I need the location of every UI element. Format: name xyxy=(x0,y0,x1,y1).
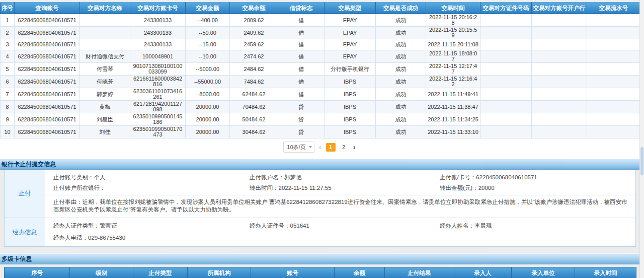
cell-amount: 20000.00 xyxy=(186,101,230,113)
handler-group: 经办信息 经办人证件类型：警官证 经办人证件号：051641 经办人姓名：李晨琨… xyxy=(5,218,635,246)
cell-query-account: 6228450068040610571 xyxy=(15,50,80,63)
cell-query-account: 6228450068040610571 xyxy=(15,101,80,113)
transaction-table-row: 9 6228450068040610571 刘星臣 62350109905001… xyxy=(1,113,640,126)
cell-serial-no xyxy=(587,101,640,113)
cell-time: 2022-11-15 12:16:42 xyxy=(426,76,480,88)
cell-transaction-type: 分行版手机银行 xyxy=(325,63,376,76)
cell-opening-bank xyxy=(532,88,587,101)
cell-query-account: 6228450068040610571 xyxy=(15,27,80,39)
cell-balance: 2474.62 xyxy=(230,50,278,63)
cell-success: 成功 xyxy=(376,101,426,113)
cell-debit-credit-flag: 借 xyxy=(278,88,325,101)
cell-time: 2022-11-15 11:34:25 xyxy=(426,113,480,126)
transaction-area: 序号 查询账号 交易对方名称 交易对方账卡号 交易金额 交易余额 借贷标志 交易… xyxy=(0,2,640,159)
cell-transaction-type: IBPS xyxy=(325,126,376,138)
cell-counterparty-name: 黄梅 xyxy=(80,101,130,113)
column-header-mc-operator: 录入人 xyxy=(454,267,512,278)
cell-cert-no xyxy=(480,39,532,50)
cell-cert-no xyxy=(480,113,532,126)
scrollbar[interactable] xyxy=(639,0,644,278)
cell-seq: 8 xyxy=(1,101,15,113)
cell-cert-no xyxy=(480,76,532,88)
column-header-mc-org: 所属机构 xyxy=(188,267,251,278)
transaction-table-body: 1 6228450068040610571 243300133 --400.00… xyxy=(1,14,640,138)
cell-success: 成功 xyxy=(376,76,426,88)
cell-counterparty-card: 6235010990500145186 xyxy=(130,113,186,126)
cell-balance: 2409.62 xyxy=(230,27,278,39)
cell-seq: 9 xyxy=(1,113,15,126)
field-transfer-time: 转出时间：2022-11-15 11:27:55 xyxy=(242,183,432,193)
cell-seq: 4 xyxy=(1,50,15,63)
cell-opening-bank xyxy=(532,76,587,88)
page-2-button[interactable]: 2 xyxy=(339,143,349,152)
next-page-button[interactable]: › xyxy=(352,142,357,152)
column-header-counterparty-name: 交易对方名称 xyxy=(80,3,130,14)
column-header-query-account: 查询账号 xyxy=(15,3,80,14)
page-size-select[interactable]: 10条/页 xyxy=(283,142,314,153)
cell-serial-no xyxy=(587,14,640,27)
cell-opening-bank xyxy=(532,14,587,27)
transaction-table-row: 3 6228450068040610571 243300133 --15.00 … xyxy=(1,39,640,50)
section-header-stop-payment: 银行卡止付提交信息 xyxy=(0,159,640,170)
prev-page-button[interactable]: ‹ xyxy=(318,142,323,152)
cell-amount: --8000.00 xyxy=(186,88,230,101)
cell-query-account: 6228450068040610571 xyxy=(15,113,80,126)
cell-transaction-type: EPAY xyxy=(325,39,376,50)
transaction-table-row: 2 6228450068040610571 243300133 --50.00 … xyxy=(1,27,640,39)
cell-balance: 50484.62 xyxy=(230,113,278,126)
cell-opening-bank xyxy=(532,63,587,76)
column-header-debit-credit-flag: 借贷标志 xyxy=(278,3,325,14)
field-bank: 止付账户所在银行： xyxy=(45,183,242,193)
cell-debit-credit-flag: 借 xyxy=(278,39,325,50)
cell-amount: --15.00 xyxy=(186,39,230,50)
transaction-table-row: 4 6228450068040610571 财付通微信支付 1000049901… xyxy=(1,50,640,63)
cell-debit-credit-flag: 借 xyxy=(278,50,325,63)
cell-serial-no xyxy=(587,126,640,138)
cell-transaction-type: IBPS xyxy=(325,76,376,88)
cell-seq: 3 xyxy=(1,39,15,50)
cell-counterparty-card: 6230361101073416261 xyxy=(130,88,186,101)
handler-group-content: 经办人证件类型：警官证 经办人证件号：051641 经办人姓名：李晨琨 经办人电… xyxy=(45,218,635,246)
cell-cert-no xyxy=(480,63,532,76)
pagination: 10条/页 ‹ 1 2 › xyxy=(0,141,640,153)
cell-counterparty-name: 何晓芳 xyxy=(80,76,130,88)
cell-opening-bank xyxy=(532,39,587,50)
multi-card-header-row: 序号 级别 止付类型 所属机构 账号 余额 止付结果 录入人 录入单位 录入时间 xyxy=(5,267,636,278)
cell-amount: --10.00 xyxy=(186,50,230,63)
cell-amount: --400.00 xyxy=(186,14,230,27)
page-1-button[interactable]: 1 xyxy=(326,143,336,152)
cell-counterparty-card: 6235010990500170473 xyxy=(130,126,186,138)
column-header-mc-time: 录入时间 xyxy=(575,267,636,278)
cell-counterparty-name: 财付通微信支付 xyxy=(80,50,130,63)
cell-cert-no xyxy=(480,88,532,101)
cell-cert-no xyxy=(480,14,532,27)
cell-serial-no xyxy=(587,88,640,101)
cell-success: 成功 xyxy=(376,126,426,138)
cell-seq: 10 xyxy=(1,126,15,138)
cell-counterparty-card: 243300133 xyxy=(130,27,186,39)
cell-balance: 2009.62 xyxy=(230,14,278,27)
cell-seq: 1 xyxy=(1,14,15,27)
multi-card-table: 序号 级别 止付类型 所属机构 账号 余额 止付结果 录入人 录入单位 录入时间… xyxy=(4,267,636,278)
section-title-multi-card: 多级卡信息 xyxy=(2,255,32,262)
cell-transaction-type: EPAY xyxy=(325,50,376,63)
transaction-table-row: 8 6228450068040610571 黄梅 621728194200112… xyxy=(1,101,640,113)
cell-success: 成功 xyxy=(376,39,426,50)
field-handler-phone: 经办人电话：029-86755430 xyxy=(45,233,635,243)
cell-success: 成功 xyxy=(376,50,426,63)
cell-debit-credit-flag: 借 xyxy=(278,14,325,27)
cell-cert-no xyxy=(480,126,532,138)
scrollbar-thumb[interactable] xyxy=(640,147,643,175)
cell-counterparty-card: 6217281942001127098 xyxy=(130,101,186,113)
cell-query-account: 6228450068040610571 xyxy=(15,88,80,101)
cell-cert-no xyxy=(480,50,532,63)
cell-amount: --5000.00 xyxy=(186,63,230,76)
cell-balance: 62484.62 xyxy=(230,88,278,101)
cell-seq: 2 xyxy=(1,27,15,39)
cell-success: 成功 xyxy=(376,63,426,76)
transaction-table-row: 10 6228450068040610571 刘佳 62350109905001… xyxy=(1,126,640,138)
cell-balance: 30484.62 xyxy=(230,126,278,138)
column-header-transaction-type: 交易类型 xyxy=(325,3,376,14)
cell-success: 成功 xyxy=(376,113,426,126)
cell-counterparty-name xyxy=(80,14,130,27)
